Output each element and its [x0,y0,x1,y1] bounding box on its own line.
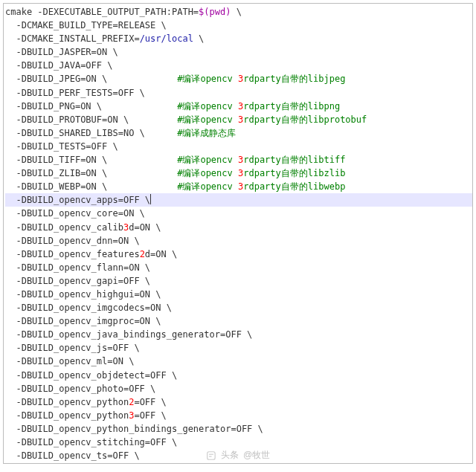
code-line-33[interactable]: -DBUILD_opencv_ts=OFF \ [5,449,472,462]
code-line-29[interactable]: -DBUILD_opencv_python2=OFF \ [5,395,472,409]
code-comment: #编译opencv 3rdparty自带的libprotobuf [177,114,367,125]
code-line-31[interactable]: -DBUILD_opencv_python_bindings_generator… [5,422,472,436]
code-line-7[interactable]: -DBUILD_PNG=ON \ #编译opencv 3rdparty自带的li… [5,100,472,113]
code-editor[interactable]: cmake -DEXECUTABLE_OUTPUT_PATH:PATH=$(pw… [3,3,473,464]
code-line-13[interactable]: -DBUILD_WEBP=ON \ #编译opencv 3rdparty自带的l… [5,180,472,193]
code-line-23[interactable]: -DBUILD_opencv_imgproc=ON \ [5,314,472,328]
code-line-12[interactable]: -DBUILD_ZLIB=ON \ #编译opencv 3rdparty自带的l… [5,167,472,180]
code-line-9[interactable]: -DBUILD_SHARED_LIBS=NO \ #编译成静态库 [5,126,472,140]
code-line-20[interactable]: -DBUILD_opencv_gapi=OFF \ [5,274,472,288]
code-line-34[interactable]: -DBUILD_opencv_video=OFF \ [5,462,472,464]
code-line-6[interactable]: -DBUILD_PERF_TESTS=OFF \ [5,86,472,100]
code-line-17[interactable]: -DBUILD_opencv_dnn=ON \ [5,234,472,248]
code-line-0[interactable]: cmake -DEXECUTABLE_OUTPUT_PATH:PATH=$(pw… [5,5,472,19]
code-line-4[interactable]: -DBUILD_JAVA=OFF \ [5,59,472,72]
code-line-30[interactable]: -DBUILD_opencv_python3=OFF \ [5,409,472,422]
code-line-14[interactable]: -DBUILD_opencv_apps=OFF \ [5,193,472,207]
code-line-26[interactable]: -DBUILD_opencv_ml=ON \ [5,355,472,368]
code-line-24[interactable]: -DBUILD_opencv_java_bindings_generator=O… [5,328,472,341]
code-line-11[interactable]: -DBUILD_TIFF=ON \ #编译opencv 3rdparty自带的l… [5,153,472,167]
code-line-21[interactable]: -DBUILD_opencv_highgui=ON \ [5,288,472,301]
code-line-27[interactable]: -DBUILD_opencv_objdetect=OFF \ [5,369,472,382]
code-line-19[interactable]: -DBUILD_opencv_flann=ON \ [5,261,472,274]
code-line-32[interactable]: -DBUILD_opencv_stitching=OFF \ [5,436,472,449]
code-comment: #编译opencv 3rdparty自带的libjpeg [177,74,345,84]
code-line-3[interactable]: -DBUILD_JASPER=ON \ [5,45,472,59]
code-comment: #编译opencv 3rdparty自带的libtiff [177,155,345,165]
code-line-28[interactable]: -DBUILD_opencv_photo=OFF \ [5,382,472,395]
code-comment: #编译opencv 3rdparty自带的libpng [177,101,340,111]
code-line-2[interactable]: -DCMAKE_INSTALL_PREFIX=/usr/local \ [5,32,472,45]
code-line-18[interactable]: -DBUILD_opencv_features2d=ON \ [5,248,472,261]
code-line-15[interactable]: -DBUILD_opencv_core=ON \ [5,207,472,220]
code-line-10[interactable]: -DBUILD_TESTS=OFF \ [5,140,472,153]
code-line-5[interactable]: -DBUILD_JPEG=ON \ #编译opencv 3rdparty自带的l… [5,72,472,85]
code-comment: #编译opencv 3rdparty自带的libzlib [177,168,345,178]
code-line-8[interactable]: -DBUILD_PROTOBUF=ON \ #编译opencv 3rdparty… [5,113,472,126]
code-line-22[interactable]: -DBUILD_opencv_imgcodecs=ON \ [5,301,472,314]
code-comment: #编译opencv 3rdparty自带的libwebp [177,181,345,192]
code-line-16[interactable]: -DBUILD_opencv_calib3d=ON \ [5,221,472,234]
code-line-1[interactable]: -DCMAKE_BUILD_TYPE=RELEASE \ [5,19,472,32]
code-comment: #编译成静态库 [177,128,236,138]
text-cursor [150,194,151,204]
code-line-25[interactable]: -DBUILD_opencv_js=OFF \ [5,341,472,355]
